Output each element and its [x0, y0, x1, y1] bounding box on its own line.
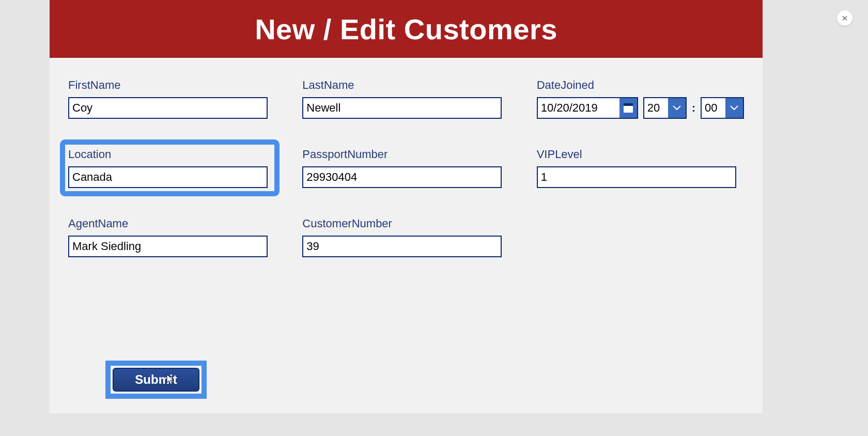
hour-dropdown-button[interactable]	[668, 97, 687, 119]
hour-select	[643, 97, 687, 119]
date-joined-label: DateJoined	[537, 79, 744, 92]
submit-button-wrap: Submit	[113, 368, 199, 392]
customer-number-label: CustomerNumber	[302, 217, 505, 230]
last-name-label: LastName	[302, 79, 505, 92]
location-input[interactable]	[68, 166, 268, 188]
customer-number-input[interactable]	[302, 236, 502, 257]
calendar-icon	[624, 103, 633, 113]
vip-level-label: VIPLevel	[537, 148, 744, 161]
hour-input[interactable]	[643, 97, 668, 119]
passport-number-input[interactable]	[302, 166, 502, 188]
field-last-name: LastName	[302, 79, 505, 119]
agent-name-label: AgentName	[68, 217, 271, 230]
date-input[interactable]	[537, 97, 619, 119]
agent-name-input[interactable]	[68, 236, 268, 257]
field-location: Location	[64, 144, 275, 192]
date-time-row: :	[537, 97, 744, 119]
submit-button[interactable]: Submit	[113, 368, 199, 392]
close-icon: ×	[842, 12, 848, 24]
field-date-joined: DateJoined :	[537, 79, 744, 119]
form-grid: FirstName LastName DateJoined	[50, 58, 763, 257]
page-title: New / Edit Customers	[255, 12, 557, 46]
modal-header: New / Edit Customers	[50, 0, 763, 58]
customer-form-modal: New / Edit Customers FirstName LastName …	[50, 0, 763, 413]
chevron-down-icon	[730, 105, 738, 111]
time-separator: :	[692, 101, 695, 115]
chevron-down-icon	[673, 105, 681, 111]
first-name-label: FirstName	[68, 79, 271, 92]
first-name-input[interactable]	[68, 97, 268, 119]
date-picker	[537, 97, 638, 119]
location-label: Location	[68, 148, 271, 161]
field-agent-name: AgentName	[68, 217, 271, 257]
last-name-input[interactable]	[302, 97, 502, 119]
vip-level-input[interactable]	[537, 166, 736, 188]
calendar-button[interactable]	[619, 97, 638, 119]
passport-number-label: PassportNumber	[302, 148, 505, 161]
minute-dropdown-button[interactable]	[725, 97, 744, 119]
close-button[interactable]: ×	[837, 10, 853, 26]
minute-input[interactable]	[701, 97, 725, 119]
field-passport-number: PassportNumber	[302, 148, 505, 188]
field-first-name: FirstName	[68, 79, 271, 119]
field-customer-number: CustomerNumber	[302, 217, 505, 257]
minute-select	[701, 97, 744, 119]
field-vip-level: VIPLevel	[537, 148, 744, 188]
